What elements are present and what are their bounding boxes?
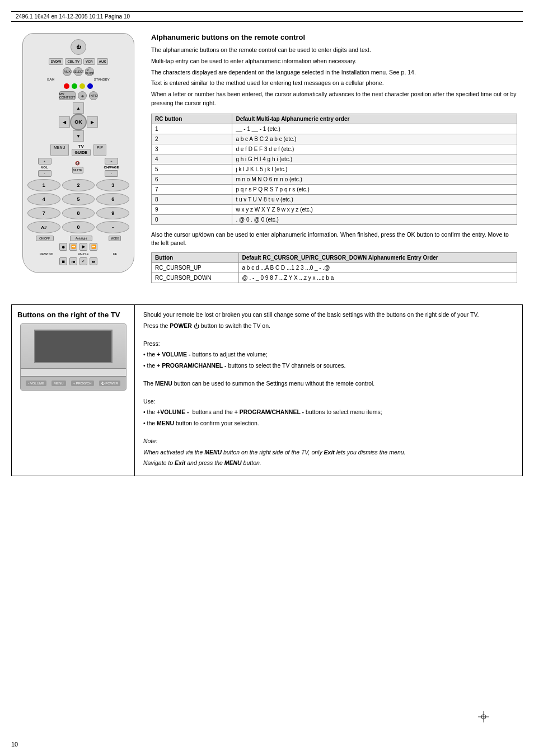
power-button: ⏻ <box>71 39 86 55</box>
table-cell-btn: 0 <box>152 214 232 224</box>
standby-label: STANDBY <box>94 78 110 81</box>
transport-row2: ⏹ ⏮ ✓ ⏭ <box>27 257 129 265</box>
blue-dot <box>87 83 93 89</box>
ch-label: CH/PAGE <box>104 166 119 169</box>
vol-icon: ⊕ <box>78 91 87 100</box>
num-4: 4 <box>27 193 60 205</box>
yellow-dot <box>79 83 85 89</box>
menu-para: The MENU button can be used to summon th… <box>143 379 514 388</box>
tv-label: TV <box>78 144 84 149</box>
play-btn: ▶ <box>79 243 87 251</box>
table-row: 3d e f D E F 3 d e f (etc.) <box>152 144 517 154</box>
dpad: ▲ ▼ ◀ ▶ OK <box>59 102 98 142</box>
ok-button: OK <box>70 114 87 130</box>
table-cell-btn: 6 <box>152 174 232 184</box>
table-cell-btn: 2 <box>152 134 232 144</box>
ff-btn: ⏩ <box>90 243 97 251</box>
table-cell-btn: 9 <box>152 204 232 214</box>
pause-label: PAUSE <box>78 252 89 256</box>
table-col2: Default Multi-tap Alphanumeric entry ord… <box>232 114 517 124</box>
entry-order-table: RC button Default Multi-tap Alphanumeric… <box>151 114 517 225</box>
buttons-para-1: Should your remote be lost or broken you… <box>143 311 514 320</box>
aux-icon: AUX <box>63 67 72 76</box>
para-5: When a letter or number has been entered… <box>151 90 517 108</box>
cursor-table-row: RC_CURSOR_DOWN@ . - _ 0 9 8 7 ...Z Y X .… <box>152 273 517 283</box>
press-item-1: • the + VOLUME - buttons to adjust the v… <box>143 350 514 359</box>
menu-guide-row: MENU TV GUIDE PIP <box>27 144 129 156</box>
bottom-left: Buttons on the right of the TV - VOLUME … <box>12 305 135 476</box>
para-1: The alphanumeric buttons on the remote c… <box>151 46 517 55</box>
dpad-down: ▼ <box>73 130 84 142</box>
table-cell-entry: p q r s P Q R S 7 p q r s (etc.) <box>232 184 517 194</box>
left-column: ⏻ DVD/R CBL TV VCR AUX AUX SELECT TV GUI… <box>17 33 140 288</box>
header-bar: 2496.1 16x24 en 14-12-2005 10:11 Pagina … <box>11 11 523 22</box>
use-item-2: • the MENU button to confirm your select… <box>143 419 514 428</box>
cursor-table: Button Default RC_CURSOR_UP/RC_CURSOR_DO… <box>151 252 517 283</box>
record-btn: ⏺ <box>59 243 67 251</box>
table-cell-entry: t u v T U V 8 t u v (etc.) <box>232 194 517 204</box>
vol-side-btn: - VOLUME <box>26 381 46 386</box>
para-4: Text is entered similar to the method us… <box>151 79 517 88</box>
colored-dots <box>27 83 129 89</box>
menu-side-btn: MENU <box>51 381 66 386</box>
table-cell-entry: w x y z W X Y Z 9 w x y z (etc.) <box>232 204 517 214</box>
table-cell-btn: 8 <box>152 194 232 204</box>
num-9: 9 <box>96 207 129 219</box>
eam-row: EAM STANDBY <box>27 78 129 81</box>
menu-btn: MENU <box>50 144 69 156</box>
table-cell-entry: d e f D E F 3 d e f (etc.) <box>232 144 517 154</box>
note-item-1: When activated via the MENU button on th… <box>143 448 514 457</box>
vol-ch-row: + VOL - 🔇 MUTE + CH/PAGE - <box>27 158 129 177</box>
table-cell-entry: __ - 1 __ - 1 (etc.) <box>232 124 517 134</box>
mv-icon: MV CONTEST <box>59 91 76 100</box>
label-row: REWIND PAUSE FF <box>27 252 129 256</box>
table-cell-entry: m n o M N O 6 m n o (etc.) <box>232 174 517 184</box>
source-row: DVD/R CBL TV VCR AUX <box>27 58 129 65</box>
num-8: 8 <box>62 207 95 219</box>
rewind-btn: ⏪ <box>69 243 77 251</box>
cursor-cell-entry: @ . - _ 0 9 8 7 ...Z Y X ...z y x ...c b… <box>238 273 517 283</box>
icon-row1: AUX SELECT TV GUIDE <box>27 67 129 76</box>
ch-control: + CH/PAGE - <box>104 158 119 177</box>
table-row: 1 __ - 1 __ - 1 (etc.) <box>152 124 517 134</box>
header-text: 2496.1 16x24 en 14-12-2005 10:11 Pagina … <box>16 13 130 20</box>
table-col1: RC button <box>152 114 232 124</box>
remote-illustration: ⏻ DVD/R CBL TV VCR AUX AUX SELECT TV GUI… <box>22 33 134 273</box>
tv-guide-btn: GUIDE <box>72 149 91 156</box>
table-cell-entry: j k l J K L 5 j k l (etc.) <box>232 164 517 174</box>
source-dvd: DVD/R <box>49 58 64 65</box>
ff-label: FF <box>113 252 117 256</box>
ok-transport-btn: ✓ <box>79 257 87 265</box>
num-5: 5 <box>62 193 95 205</box>
mute-icon: 🔇 <box>75 161 80 166</box>
source-aux: AUX <box>97 58 109 65</box>
source-cbl: CBL TV <box>65 58 82 65</box>
tv-guide-area: TV GUIDE <box>72 144 91 156</box>
table-cell-btn: 5 <box>152 164 232 174</box>
bottom-right: Should your remote be lost or broken you… <box>135 305 522 476</box>
source-vcr: VCR <box>83 58 95 65</box>
tv-screen <box>34 330 113 363</box>
cursor-cell-btn: RC_CURSOR_UP <box>152 263 239 273</box>
remote-top: ⏻ <box>27 39 129 55</box>
on-off-btn: ON/OFF <box>36 236 54 241</box>
num-hash: A# <box>27 221 60 233</box>
table-row: 9w x y z W X Y Z 9 w x y z (etc.) <box>152 204 517 214</box>
use-label: Use: <box>143 397 514 406</box>
table-cell-btn: 4 <box>152 154 232 164</box>
note-item-2: Navigate to Exit and press the MENU butt… <box>143 459 514 468</box>
num-0: 0 <box>62 221 95 233</box>
ch-side-btn: + PROG/CH <box>71 381 94 386</box>
rewind-label: REWIND <box>40 252 53 256</box>
table-cell-entry: a b c A B C 2 a b c (etc.) <box>232 134 517 144</box>
bottom-controls: ON/OFF Ambilight MODE <box>27 236 129 241</box>
mute-btn: MUTE <box>72 167 83 173</box>
exit-btn: PIP <box>93 144 106 156</box>
tv-side-buttons-row: - VOLUME MENU + PROG/CH ⏻ POWER <box>21 376 126 390</box>
vol-down: - <box>38 170 51 177</box>
after-table-para: Also the cursor up/down can be used to e… <box>151 231 517 248</box>
eam-label: EAM <box>47 78 54 81</box>
mv-row: MV CONTEST ⊕ INFO <box>27 91 129 100</box>
skip-back-btn: ⏮ <box>69 257 77 265</box>
ambilight-btn: Ambilight <box>70 236 92 241</box>
